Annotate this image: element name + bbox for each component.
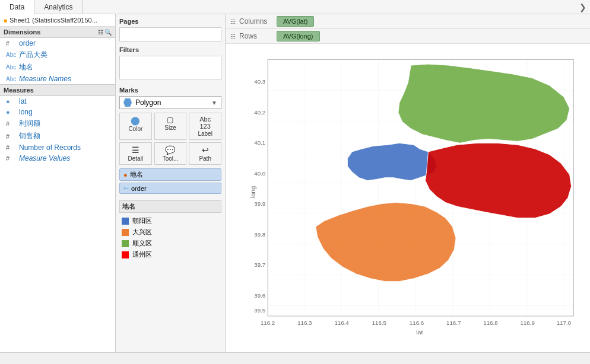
- measures-section: Measures ● lat ● long # 利润额 # 销售额: [0, 84, 115, 164]
- columns-shelf-label: Columns: [239, 17, 272, 25]
- filters-body: [119, 56, 221, 79]
- mvalues-hash-icon: #: [6, 155, 17, 162]
- color-label: Color: [128, 126, 142, 132]
- x-tick-1163: 116.3: [297, 320, 312, 326]
- legend-section: 地名 朝阳区 大兴区 顺义区 通州区: [119, 200, 221, 260]
- y-tick-403: 40.3: [254, 78, 265, 85]
- y-tick-400: 40.0: [254, 170, 266, 177]
- path-button[interactable]: ↩ Path: [189, 142, 221, 165]
- rows-grid-icon: ☷: [230, 33, 236, 40]
- size-button[interactable]: ▢ Size: [154, 113, 187, 140]
- x-tick-1166: 116.6: [410, 320, 424, 326]
- measure-num-records[interactable]: # Number of Records: [0, 142, 115, 153]
- dim-product-name: 产品大类: [19, 50, 47, 60]
- chart-svg: 40.3 40.2 40.1 40.0 39.9 39.8 39.7 39.6 …: [249, 50, 584, 334]
- rows-shelf-label: Rows: [239, 32, 272, 40]
- legend-title: 地名: [119, 200, 221, 213]
- diname-pill-icon: ●: [123, 171, 128, 178]
- legend-color-2: [122, 240, 129, 247]
- size-icon: ▢: [156, 116, 185, 124]
- marks-buttons-grid: ⬤ Color ▢ Size Abc123 Label ☰ Detail: [119, 113, 221, 165]
- marks-title: Marks: [119, 87, 221, 94]
- dropdown-arrow-icon: ▼: [211, 100, 217, 106]
- sheet-name-row: ■ Sheet1 (StatisticsStaff20150...: [0, 14, 115, 27]
- y-tick-396: 39.6: [254, 292, 265, 299]
- pages-title: Pages: [119, 18, 221, 25]
- tooltip-label: Tool...: [163, 155, 179, 162]
- panel-arrow[interactable]: ❯: [579, 2, 586, 12]
- diname-pill[interactable]: ● 地名: [119, 168, 221, 181]
- x-tick-1164: 116.4: [334, 320, 349, 326]
- y-tick-395: 39.5: [254, 307, 265, 314]
- measure-sales-name: 销售额: [19, 131, 40, 141]
- measures-header: Measures: [0, 85, 115, 96]
- label-icon: Abc123: [191, 116, 220, 130]
- columns-grid-icon: ☷: [230, 18, 236, 25]
- sheet-icon: ■: [4, 17, 7, 24]
- filters-section: Filters: [119, 46, 221, 79]
- label-button[interactable]: Abc123 Label: [189, 113, 221, 140]
- dim-measure-names[interactable]: Abc Measure Names: [0, 74, 115, 84]
- tab-data[interactable]: Data: [0, 0, 34, 14]
- order-pill[interactable]: ⤚ order: [119, 183, 221, 194]
- detail-label: Detail: [128, 155, 144, 162]
- pages-body: [119, 27, 221, 41]
- order-pill-label: order: [131, 185, 147, 192]
- marks-type-dropdown[interactable]: Polygon ▼: [119, 96, 221, 109]
- marks-section: Marks Polygon ▼ ⬤ Color ▢ Size: [119, 87, 221, 196]
- col-pill[interactable]: AVG(lat): [277, 16, 314, 27]
- y-tick-398: 39.8: [254, 231, 265, 238]
- dim-diname-name: 地名: [19, 62, 33, 72]
- size-label: Size: [164, 124, 176, 131]
- color-button[interactable]: ⬤ Color: [119, 113, 152, 140]
- dim-mnames-type-icon: Abc: [6, 76, 17, 82]
- detail-button[interactable]: ☰ Detail: [119, 142, 152, 165]
- dim-order[interactable]: # order: [0, 38, 115, 49]
- y-tick-402: 40.2: [254, 109, 265, 116]
- profit-hash-icon: #: [6, 120, 17, 127]
- right-panel: ☷ Columns AVG(lat) ☷ Rows AVG(long): [226, 14, 590, 352]
- measure-long[interactable]: ● long: [0, 107, 115, 117]
- dim-diname-type-icon: Abc: [6, 64, 17, 71]
- legend-item-2: 顺义区: [119, 238, 221, 249]
- x-tick-1169: 116.9: [521, 320, 535, 326]
- label-label: Label: [198, 130, 212, 137]
- measure-lat[interactable]: ● lat: [0, 96, 115, 107]
- dim-product[interactable]: Abc 产品大类: [0, 49, 115, 61]
- middle-panel: Pages Filters Marks Polygon ▼ ⬤: [116, 14, 226, 352]
- y-tick-399: 39.9: [254, 200, 265, 207]
- dimensions-search-icon[interactable]: 🔍: [104, 29, 112, 36]
- legend-color-1: [122, 229, 129, 236]
- y-tick-397: 39.7: [254, 261, 265, 268]
- x-tick-1170: 117.0: [557, 320, 572, 326]
- x-tick-1165: 116.5: [372, 320, 386, 326]
- dim-diname[interactable]: Abc 地名: [0, 61, 115, 74]
- lat-globe-icon: ●: [6, 98, 17, 105]
- y-tick-401: 40.1: [254, 139, 265, 146]
- legend-color-3: [122, 251, 129, 258]
- dimensions-header: Dimensions ☷ 🔍: [0, 27, 115, 38]
- x-axis-label: lat: [416, 329, 423, 334]
- measure-sales[interactable]: # 销售额: [0, 130, 115, 142]
- tooltip-button[interactable]: 💬 Tool...: [154, 142, 187, 165]
- dimensions-label: Dimensions: [4, 28, 40, 36]
- legend-item-3: 通州区: [119, 249, 221, 260]
- legend-label-1: 大兴区: [132, 228, 152, 237]
- tab-analytics[interactable]: Analytics: [34, 0, 83, 14]
- tooltip-icon: 💬: [156, 145, 185, 155]
- path-label: Path: [199, 155, 211, 162]
- color-icon: ⬤: [121, 116, 150, 125]
- numrec-hash-icon: #: [6, 144, 17, 151]
- order-pill-icon: ⤚: [123, 184, 129, 192]
- left-panel: ■ Sheet1 (StatisticsStaff20150... Dimens…: [0, 14, 116, 352]
- diname-pill-label: 地名: [130, 170, 143, 179]
- filters-title: Filters: [119, 46, 221, 53]
- row-pill[interactable]: AVG(long): [277, 31, 320, 41]
- measure-values[interactable]: # Measure Values: [0, 153, 115, 164]
- measure-lat-name: lat: [19, 97, 27, 106]
- dimensions-grid-icon[interactable]: ☷: [98, 29, 103, 36]
- measure-profit[interactable]: # 利润额: [0, 117, 115, 130]
- dimensions-list: # order Abc 产品大类 Abc 地名 Abc Measure Name…: [0, 38, 115, 84]
- measure-long-name: long: [19, 108, 33, 116]
- dim-product-type-icon: Abc: [6, 52, 17, 58]
